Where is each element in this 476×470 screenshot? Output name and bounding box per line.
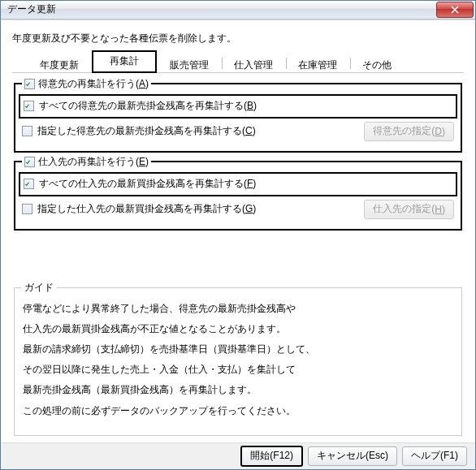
checkbox-tokui-enable[interactable] xyxy=(24,79,35,89)
footer: 開始(F12) キャンセル(Esc) ヘルプ(F1) xyxy=(1,442,475,469)
intro-text: 年度更新及び不要となった各種伝票を削除します。 xyxy=(12,32,464,45)
checkbox-tokui-all[interactable] xyxy=(24,101,34,111)
guide-line: 仕入先の最新買掛金残高が不正な値となることがあります。 xyxy=(23,321,453,337)
group-shiire-legend[interactable]: 仕入先の再集計を行う(E) xyxy=(22,155,151,169)
guide-line: この処理の前に必ずデータのバックアップを行ってください。 xyxy=(23,403,453,419)
tab-separator xyxy=(350,58,351,69)
button-tokui-select: 得意先の指定(D) xyxy=(364,122,454,141)
tab-sonota[interactable]: その他 xyxy=(353,57,401,73)
content-area: 年度更新及び不要となった各種伝票を削除します。 年度更新 再集計 販売管理 仕入… xyxy=(1,19,475,442)
guide-line: 停電などにより異常終了した場合、得意先の最新売掛金残高や xyxy=(23,301,453,317)
button-shiire-select: 仕入先の指定(H) xyxy=(364,200,454,219)
label-tokui-specified: 指定した得意先の最新売掛金残高を再集計する(C) xyxy=(37,124,256,138)
row-shiire-specified: 指定した仕入先の最新買掛金残高を再集計する(G) 仕入先の指定(H) xyxy=(22,200,454,219)
help-button[interactable]: ヘルプ(F1) xyxy=(402,446,467,466)
start-button[interactable]: 開始(F12) xyxy=(240,446,303,467)
tab-saishukei[interactable]: 再集計 xyxy=(92,50,157,73)
cancel-button[interactable]: キャンセル(Esc) xyxy=(308,446,397,466)
row-tokui-specified: 指定した得意先の最新売掛金残高を再集計する(C) 得意先の指定(D) xyxy=(22,122,454,141)
label-tokui-all: すべての得意先の最新売掛金残高を再集計する(B) xyxy=(39,99,257,113)
guide-line: 最新の請求締切（支払締切）を売掛基準日（買掛基準日）として、 xyxy=(23,342,453,357)
group-tokui-legend[interactable]: 得意先の再集計を行う(A) xyxy=(22,77,151,91)
tab-separator xyxy=(286,58,287,69)
label-shiire-all: すべての仕入先の最新買掛金残高を再集計する(F) xyxy=(39,177,256,191)
checkbox-shiire-enable[interactable] xyxy=(24,157,35,167)
group-tokui: 得意先の再集計を行う(A) すべての得意先の最新売掛金残高を再集計する(B) 指… xyxy=(14,83,462,153)
guide-line: その翌日以降に発生した売上・入金（仕入・支払）を集計して xyxy=(23,362,453,377)
checkbox-shiire-all[interactable] xyxy=(24,179,34,189)
row-tokui-all: すべての得意先の最新売掛金残高を再集計する(B) xyxy=(19,94,457,119)
close-icon xyxy=(451,6,459,14)
tab-shiire[interactable]: 仕入管理 xyxy=(224,57,283,73)
group-shiire-label: 仕入先の再集計を行う(E) xyxy=(38,155,149,169)
guide-line: 最新売掛金残高（最新買掛金残高）を再集計します。 xyxy=(23,382,453,398)
guide-title: ガイド xyxy=(21,281,57,295)
tab-separator xyxy=(222,58,223,69)
label-shiire-specified: 指定した仕入先の最新買掛金残高を再集計する(G) xyxy=(37,202,256,216)
close-button[interactable] xyxy=(436,2,474,18)
checkbox-tokui-specified[interactable] xyxy=(22,126,32,136)
tab-nendo[interactable]: 年度更新 xyxy=(30,57,89,73)
checkbox-shiire-specified[interactable] xyxy=(22,204,32,214)
titlebar: データ更新 xyxy=(1,1,475,19)
group-shiire: 仕入先の再集計を行う(E) すべての仕入先の最新買掛金残高を再集計する(F) 指… xyxy=(14,161,462,231)
window: データ更新 年度更新及び不要となった各種伝票を削除します。 年度更新 再集計 販… xyxy=(0,0,476,470)
guide-box: ガイド 停電などにより異常終了した場合、得意先の最新売掛金残高や 仕入先の最新買… xyxy=(14,287,462,436)
window-title: データ更新 xyxy=(7,2,436,16)
row-shiire-all: すべての仕入先の最新買掛金残高を再集計する(F) xyxy=(19,172,457,196)
group-tokui-label: 得意先の再集計を行う(A) xyxy=(38,77,149,91)
tab-bar: 年度更新 再集計 販売管理 仕入管理 在庫管理 その他 xyxy=(30,54,464,73)
tab-zaiko[interactable]: 在庫管理 xyxy=(288,57,347,73)
tab-panel-saishukei: 得意先の再集計を行う(A) すべての得意先の最新売掛金残高を再集計する(B) 指… xyxy=(12,72,464,231)
tab-hanbai[interactable]: 販売管理 xyxy=(160,57,219,73)
